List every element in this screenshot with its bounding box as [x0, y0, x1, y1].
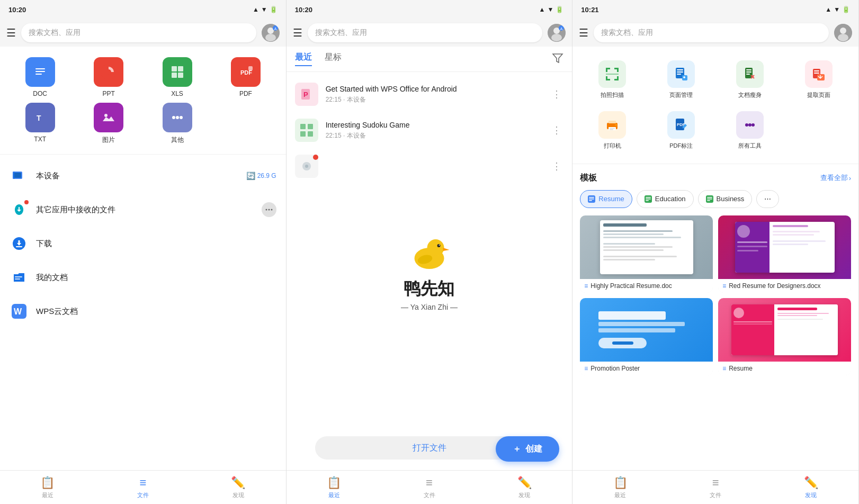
nav-files-icon-1: ≡: [139, 476, 146, 490]
received-more[interactable]: [262, 202, 276, 217]
tab-starred[interactable]: 星标: [325, 52, 342, 66]
template-grid: ≡ Highly Practical Resume.doc: [580, 215, 851, 375]
txt-icon: T: [25, 103, 55, 132]
tool-pdf-note[interactable]: PDF PDF标注: [648, 106, 714, 155]
panel-recent: 10:20 ▲ ▼ 🔋 ☰ 搜索文档、应用 A 最近 星标: [287, 0, 573, 504]
svg-rect-28: [14, 173, 21, 178]
svg-rect-106: [707, 197, 712, 198]
avatar-1[interactable]: A: [262, 24, 280, 42]
chip-resume[interactable]: Resume: [580, 190, 632, 208]
nav-recent-icon-3: 📋: [613, 476, 628, 490]
resume2-left: [735, 222, 770, 273]
chip-business[interactable]: Business: [698, 190, 753, 208]
tab-recent[interactable]: 最近: [295, 52, 312, 66]
svg-rect-69: [606, 76, 607, 80]
storage-item-device[interactable]: 本设备 🔄 26.9 G: [4, 159, 282, 193]
svg-point-32: [271, 209, 272, 211]
menu-icon-1[interactable]: ☰: [6, 26, 16, 39]
tool-scan[interactable]: 拍照扫描: [579, 55, 646, 104]
template-name-resume1: Highly Practical Resume.doc: [590, 282, 672, 290]
recent-more-audio[interactable]: ⋮: [550, 158, 563, 174]
nav-recent-3[interactable]: 📋 最近: [572, 471, 668, 504]
search-input-1[interactable]: 搜索文档、应用: [21, 23, 256, 42]
file-type-pdf[interactable]: PDF PDF: [214, 57, 277, 97]
svg-point-25: [176, 116, 179, 119]
panel2-content: P Get Started with WPS Office for Androi…: [287, 72, 572, 470]
file-type-doc[interactable]: DOC: [8, 57, 71, 97]
svg-point-26: [180, 116, 183, 119]
filter-icon[interactable]: [552, 52, 563, 66]
file-type-ppt[interactable]: PPT: [77, 57, 140, 97]
template-doc-icon-3: ≡: [584, 365, 588, 372]
img-label: 图片: [102, 136, 115, 145]
status-bar-3: 10:21 ▲ ▼ 🔋: [572, 0, 858, 19]
avatar-3[interactable]: [834, 24, 852, 42]
nav-discover-3[interactable]: ✏️ 发现: [763, 471, 858, 504]
svg-rect-13: [178, 66, 183, 71]
wifi-icon-2: ▼: [547, 6, 553, 13]
svg-rect-48: [300, 124, 306, 129]
file-type-other[interactable]: 其他: [146, 103, 209, 145]
extract-label: 提取页面: [807, 91, 830, 98]
svg-rect-14: [172, 73, 177, 78]
template-card-promo[interactable]: ≡ Promotion Poster: [580, 298, 713, 375]
status-icons-3: ▲ ▼ 🔋: [825, 6, 850, 13]
file-type-xls[interactable]: XLS: [146, 57, 209, 97]
nav-recent-1[interactable]: 📋 最近: [0, 471, 95, 504]
file-type-img[interactable]: 图片: [77, 103, 140, 145]
recent-item-wps[interactable]: P Get Started with WPS Office for Androi…: [287, 76, 572, 112]
divider-1: [0, 154, 286, 155]
search-input-2[interactable]: 搜索文档、应用: [308, 23, 543, 42]
template-card-resume2[interactable]: ≡ Red Resume for Designers.docx: [718, 215, 851, 293]
chip-business-icon: [706, 195, 713, 203]
template-thumb-promo: [580, 298, 713, 362]
chip-more-templates[interactable]: ⋯: [756, 190, 779, 208]
received-label: 其它应用中接收的文件: [36, 205, 254, 215]
menu-icon-2[interactable]: ☰: [293, 26, 302, 39]
templates-see-all[interactable]: 查看全部 ›: [820, 173, 851, 183]
menu-icon-3[interactable]: ☰: [579, 26, 588, 39]
tool-page-mgmt[interactable]: 页面管理: [648, 55, 714, 104]
storage-item-wpscloud[interactable]: W WPS云文档: [4, 294, 282, 328]
search-input-3[interactable]: 搜索文档、应用: [594, 23, 829, 42]
ppt-icon: [94, 57, 123, 87]
tool-slim[interactable]: 文档瘦身: [717, 55, 783, 104]
status-time-2: 10:20: [295, 6, 312, 14]
create-fab[interactable]: ＋ 创建: [496, 436, 559, 462]
storage-item-received[interactable]: 其它应用中接收的文件: [4, 193, 282, 227]
recent-more-sudoku[interactable]: ⋮: [550, 122, 563, 138]
svg-text:A: A: [274, 27, 276, 31]
nav-discover-1[interactable]: ✏️ 发现: [191, 471, 286, 504]
divider-3: [572, 164, 858, 164]
nav-discover-2[interactable]: ✏️ 发现: [477, 471, 572, 504]
signal-icon-2: ▲: [539, 6, 545, 13]
nav-recent-2[interactable]: 📋 最近: [287, 471, 382, 504]
template-card-resume1[interactable]: ≡ Highly Practical Resume.doc: [580, 215, 713, 293]
nav-files-icon-3: ≡: [712, 476, 719, 490]
svg-point-10: [106, 69, 111, 75]
nav-files-1[interactable]: ≡ 文件: [95, 471, 191, 504]
received-icon-wrap: [10, 200, 29, 219]
tool-all[interactable]: 所有工具: [717, 106, 783, 155]
storage-item-mydocs[interactable]: 我的文档: [4, 260, 282, 294]
tool-print[interactable]: 打印机: [579, 106, 646, 155]
recent-more-wps[interactable]: ⋮: [550, 86, 563, 102]
recent-item-audio[interactable]: ⋮: [287, 148, 572, 184]
chip-education[interactable]: Education: [637, 190, 694, 208]
svg-rect-74: [677, 69, 683, 70]
file-type-txt[interactable]: T TXT: [8, 103, 71, 145]
download-icon: [10, 234, 29, 253]
template-thumb-resume2: [718, 215, 851, 279]
nav-files-2[interactable]: ≡ 文件: [382, 471, 477, 504]
storage-item-download[interactable]: 下载: [4, 227, 282, 260]
recent-item-sudoku[interactable]: Interesting Sudoku Game 22:15 · 本设备 ⋮: [287, 112, 572, 148]
avatar-2[interactable]: A: [548, 24, 566, 42]
print-label: 打印机: [604, 142, 621, 149]
nav-files-3[interactable]: ≡ 文件: [668, 471, 763, 504]
status-time-3: 10:21: [581, 6, 598, 14]
svg-rect-8: [35, 74, 42, 75]
svg-rect-83: [814, 70, 819, 71]
panel-files: 10:20 ▲ ▼ 🔋 ☰ 搜索文档、应用 A DOC: [0, 0, 287, 504]
tool-extract[interactable]: 提取页面: [785, 55, 852, 104]
template-card-resume3[interactable]: ≡ Resume: [718, 298, 851, 375]
